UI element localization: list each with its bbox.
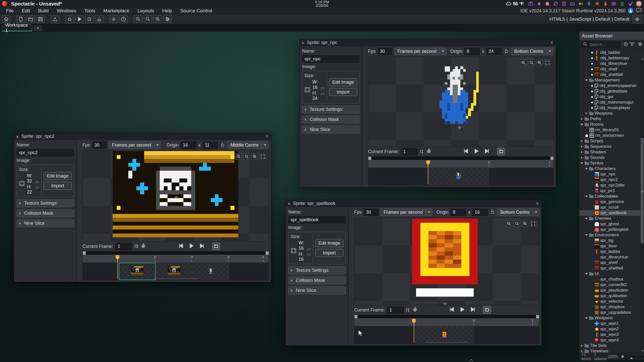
search-box[interactable] <box>581 41 620 48</box>
texture-settings-section[interactable]: Texture Settings: <box>302 106 359 113</box>
zoom-in-icon[interactable] <box>536 59 543 66</box>
origin-x-input[interactable] <box>451 209 466 216</box>
settings-gear-button[interactable] <box>109 15 118 23</box>
menu-file[interactable]: File <box>3 8 17 14</box>
add-asset-icon[interactable] <box>623 42 628 48</box>
filter-icon[interactable] <box>630 42 634 48</box>
close-icon[interactable]: × <box>536 201 539 206</box>
window-shade-icon[interactable] <box>302 41 304 44</box>
chevron-down-icon[interactable] <box>154 142 160 149</box>
asset-item-spr_playbutton[interactable]: spr_playbutton <box>579 288 644 293</box>
chevron-down-icon[interactable] <box>262 142 268 149</box>
frame-cell-0[interactable] <box>415 326 474 344</box>
unlock-icon[interactable] <box>490 209 495 215</box>
check-icon[interactable] <box>628 1 633 7</box>
expand-icon[interactable] <box>585 112 588 115</box>
origin-mode-dropdown[interactable]: Middle Centre <box>227 141 268 149</box>
collapse-icon[interactable] <box>580 162 583 164</box>
unlock-icon[interactable] <box>220 142 225 148</box>
asset-folder-Tile Sets[interactable]: Tile Sets <box>579 343 644 348</box>
skip-start-icon[interactable] <box>178 243 184 250</box>
play-icon[interactable] <box>473 148 479 155</box>
tab-workspace-1[interactable]: Workspace 1 <box>2 25 32 31</box>
timeline-ruler[interactable]: 0f1f2 <box>354 318 539 326</box>
zoom-in-button[interactable] <box>153 15 162 23</box>
asset-folder-Enemies[interactable]: Enemies <box>579 216 644 221</box>
asset-item-spr_shelf[interactable]: spr_shelf <box>579 260 644 265</box>
asset-item-spr_shelftall[interactable]: spr_shelftall <box>579 265 644 271</box>
collapse-icon[interactable] <box>585 273 588 275</box>
timeline-frames[interactable] <box>368 168 553 185</box>
unlock-icon[interactable] <box>504 48 509 55</box>
asset-item-spr_wpn1[interactable]: spr_wpn1 <box>579 321 644 326</box>
asset-folder-Weapons[interactable]: Weapons <box>579 111 644 116</box>
timeline-scrollbar[interactable] <box>368 157 553 160</box>
user-avatar[interactable] <box>636 1 642 7</box>
menu-marketplace[interactable]: Marketplace <box>100 8 133 14</box>
asset-item-spr_scroll[interactable]: spr_scroll <box>579 205 644 210</box>
frame-cell-0[interactable] <box>428 168 489 185</box>
timeline-ruler[interactable]: 0f1f2f3f4 <box>83 255 269 263</box>
asset-folder-Scripts[interactable]: Scripts <box>579 138 644 144</box>
timeline-frames[interactable] <box>354 326 539 344</box>
collapse-icon[interactable] <box>585 196 588 197</box>
zoom-out-icon[interactable] <box>506 220 512 227</box>
zoom-reset-button[interactable] <box>144 15 152 23</box>
asset-folder-Rooms[interactable]: Rooms <box>579 122 644 127</box>
asset-item-obj_mainmenugui[interactable]: obj_mainmenugui <box>579 100 644 105</box>
asset-item-spr_floor[interactable]: spr_floor <box>579 243 644 249</box>
asset-item-spr_ghost[interactable]: spr_ghost <box>579 221 644 227</box>
close-icon[interactable]: × <box>550 40 553 45</box>
collapse-icon[interactable] <box>585 79 588 81</box>
asset-folder-Collectables[interactable]: Collectables <box>579 194 644 199</box>
collapse-icon[interactable] <box>585 168 588 170</box>
skip-end-icon[interactable] <box>470 306 476 314</box>
collapse-icon[interactable] <box>580 124 583 125</box>
open-project-button[interactable] <box>26 15 35 23</box>
expand-icon[interactable] <box>580 344 583 347</box>
panel-expand-icon[interactable]: » <box>640 189 644 193</box>
bell-icon[interactable] <box>536 1 542 7</box>
clean-button[interactable] <box>95 15 103 23</box>
battery-icon[interactable] <box>619 1 625 7</box>
asset-folder-Timelines[interactable]: Timelines <box>579 348 644 353</box>
asset-item-obj_globaldata[interactable]: obj_globaldata <box>579 88 644 94</box>
timeline-frames[interactable] <box>83 263 269 280</box>
asset-item-obj_musicplayer[interactable]: obj_musicplayer <box>579 105 644 111</box>
current-frame-input[interactable] <box>115 243 132 250</box>
current-frame-input[interactable] <box>387 306 404 314</box>
resize-icon[interactable] <box>304 87 310 94</box>
search-input[interactable] <box>589 42 618 47</box>
resize-grip[interactable] <box>154 278 197 279</box>
timeline-ruler[interactable]: 0f1f2 <box>368 160 553 168</box>
collision-mask-section[interactable]: Collision Mask <box>17 209 74 217</box>
timeline-scrollbar[interactable] <box>354 315 539 318</box>
tv-icon[interactable] <box>528 1 534 7</box>
sprite-canvas[interactable] <box>368 57 554 147</box>
asset-folder-Sequences[interactable]: Sequences <box>579 144 644 149</box>
asset-item-obj_shelftall[interactable]: obj_shelftall <box>579 72 644 77</box>
expand-icon[interactable] <box>580 118 583 120</box>
menu-layouts[interactable]: Layouts <box>134 8 158 14</box>
bluetooth-icon[interactable] <box>586 1 592 7</box>
texture-settings-section[interactable]: Texture Settings: <box>17 199 74 207</box>
menu-build[interactable]: Build <box>34 8 52 14</box>
nine-slice-section[interactable]: Nine Slice <box>17 219 74 227</box>
volume-icon[interactable] <box>578 1 583 7</box>
fps-mode-dropdown[interactable]: Frames per second <box>109 141 161 149</box>
zoom-in-icon[interactable] <box>251 153 258 160</box>
asset-item-obj_laddarcopy[interactable]: obj_laddarcopy <box>579 55 644 61</box>
asset-item-spr_chatbox[interactable]: spr_chatbox <box>579 277 644 282</box>
skip-start-icon[interactable] <box>449 306 455 314</box>
collapse-icon[interactable] <box>585 317 588 319</box>
chevron-down-icon[interactable] <box>533 209 539 216</box>
resize-grip[interactable] <box>425 342 468 343</box>
fit-view-icon[interactable] <box>259 153 266 160</box>
collision-mask-section[interactable]: Collision Mask <box>302 116 359 123</box>
resize-icon[interactable] <box>19 180 25 188</box>
asset-folder-Management[interactable]: Management <box>579 77 644 83</box>
runtime-config-button[interactable] <box>163 15 172 23</box>
skip-end-icon[interactable] <box>199 243 205 250</box>
scroll-down-icon[interactable] <box>641 350 643 352</box>
menu-hamburger-icon[interactable] <box>638 42 642 48</box>
